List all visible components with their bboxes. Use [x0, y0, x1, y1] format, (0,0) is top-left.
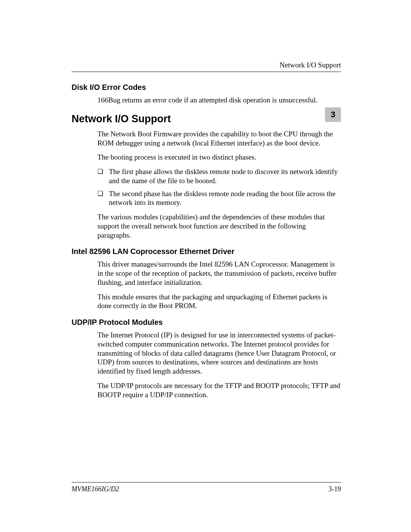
header-rule [72, 72, 341, 72]
footer-rule [72, 482, 341, 482]
paragraph: This driver manages/surrounds the Intel … [97, 260, 341, 287]
content-area: Disk I/O Error Codes 166Bug returns an e… [72, 83, 341, 404]
footer-page-number: 3-19 [328, 485, 341, 493]
heading-network-io-support: Network I/O Support [72, 113, 341, 125]
paragraph: 166Bug returns an error code if an attem… [97, 96, 341, 105]
paragraph: The UDP/IP protocols are necessary for t… [97, 381, 341, 399]
bullet-list: The first phase allows the diskless remo… [97, 167, 341, 207]
running-head: Network I/O Support [280, 61, 341, 69]
body-block: The Network Boot Firmware provides the c… [97, 129, 341, 240]
heading-disk-io-error-codes: Disk I/O Error Codes [72, 83, 341, 92]
paragraph: The various modules (capabilities) and t… [97, 212, 341, 240]
paragraph: The booting process is executed in two d… [97, 153, 341, 162]
list-item: The second phase has the diskless remote… [97, 189, 341, 208]
paragraph: The Network Boot Firmware provides the c… [97, 129, 341, 148]
paragraph: This module ensures that the packaging a… [97, 292, 341, 311]
heading-udp-ip: UDP/IP Protocol Modules [72, 318, 341, 327]
list-item: The first phase allows the diskless remo… [97, 167, 341, 185]
heading-intel-82596: Intel 82596 LAN Coprocessor Ethernet Dri… [72, 247, 341, 256]
footer-doc-id: MVME166IG/D2 [72, 485, 119, 493]
paragraph: The Internet Protocol (IP) is designed f… [97, 331, 341, 376]
body-block: This driver manages/surrounds the Intel … [97, 260, 341, 310]
page: Network I/O Support 3 Disk I/O Error Cod… [0, 0, 411, 532]
body-block: 166Bug returns an error code if an attem… [97, 96, 341, 105]
body-block: The Internet Protocol (IP) is designed f… [97, 331, 341, 399]
